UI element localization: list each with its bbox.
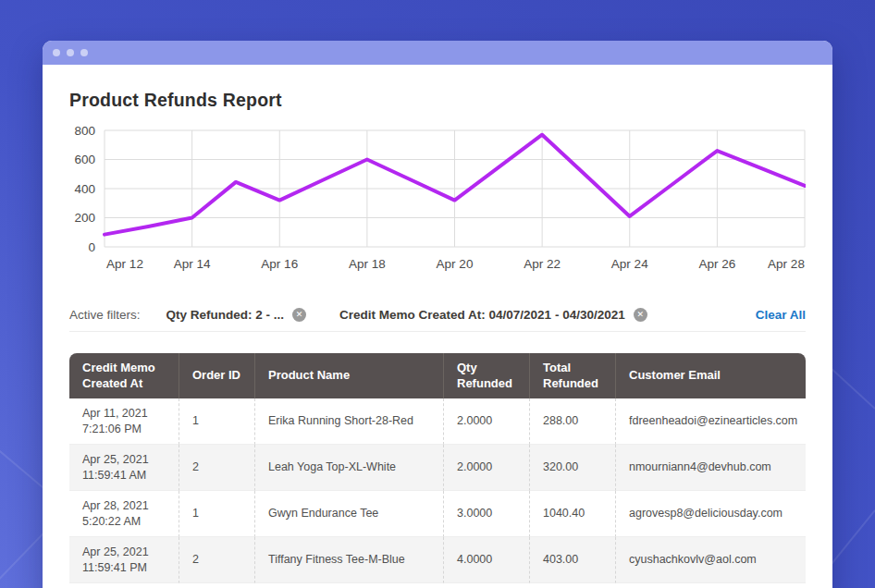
cell-qty-refunded: 4.0000 bbox=[443, 537, 529, 583]
cell-qty-refunded: 2.0000 bbox=[443, 398, 529, 445]
svg-text:600: 600 bbox=[74, 153, 95, 166]
refunds-table: Credit Memo Created At Order ID Product … bbox=[69, 353, 806, 583]
table-row: Apr 11, 2021 7:21:06 PM 1 Erika Running … bbox=[69, 398, 806, 445]
cell-product-name: Gwyn Endurance Tee bbox=[254, 491, 443, 537]
svg-text:Apr 20: Apr 20 bbox=[437, 257, 474, 271]
cell-created-at: Apr 28, 2021 5:20:22 AM bbox=[69, 491, 179, 537]
filter-chip-label: Qty Refunded: 2 - ... bbox=[166, 308, 285, 322]
cell-qty-refunded: 3.0000 bbox=[443, 491, 529, 537]
page-title: Product Refunds Report bbox=[69, 90, 806, 111]
table-row: Apr 25, 2021 11:59:41 AM 2 Leah Yoga Top… bbox=[69, 445, 806, 491]
svg-text:200: 200 bbox=[74, 211, 95, 225]
cell-total-refunded: 320.00 bbox=[529, 445, 615, 491]
cell-created-at: Apr 25, 2021 11:59:41 AM bbox=[69, 445, 179, 491]
column-header-credit-memo-created-at[interactable]: Credit Memo Created At bbox=[69, 353, 179, 398]
cell-qty-refunded: 2.0000 bbox=[443, 445, 529, 491]
column-header-total-refunded[interactable]: Total Refunded bbox=[529, 353, 615, 398]
filter-chip-qty-refunded: Qty Refunded: 2 - ... ✕ bbox=[166, 308, 307, 322]
cell-product-name: Leah Yoga Top-XL-White bbox=[254, 445, 443, 491]
filter-chip-label: Credit Memo Created At: 04/07/2021 - 04/… bbox=[339, 308, 625, 322]
column-header-order-id[interactable]: Order ID bbox=[179, 353, 254, 398]
report-content: Product Refunds Report 0200400600800Apr … bbox=[43, 90, 832, 583]
cell-created-at: Apr 25, 2021 11:59:41 PM bbox=[69, 537, 179, 583]
svg-text:0: 0 bbox=[88, 240, 95, 254]
cell-total-refunded: 403.00 bbox=[529, 537, 615, 583]
active-filters-bar: Active filters: Qty Refunded: 2 - ... ✕ … bbox=[69, 308, 806, 332]
cell-order-id: 2 bbox=[179, 537, 254, 583]
refunds-line-chart: 0200400600800Apr 12Apr 14Apr 16Apr 18Apr… bbox=[69, 124, 806, 276]
table-row: Apr 25, 2021 11:59:41 PM 2 Tiffany Fitne… bbox=[69, 537, 806, 583]
cell-total-refunded: 288.00 bbox=[529, 398, 615, 445]
cell-product-name: Tiffany Fitness Tee-M-Blue bbox=[254, 537, 443, 583]
column-header-product-name[interactable]: Product Name bbox=[254, 353, 443, 398]
svg-text:Apr 26: Apr 26 bbox=[698, 257, 735, 271]
svg-text:Apr 24: Apr 24 bbox=[611, 257, 648, 271]
cell-customer-email: agrovesp8@deliciousday.com bbox=[615, 491, 806, 537]
filter-chip-credit-memo-date: Credit Memo Created At: 04/07/2021 - 04/… bbox=[339, 308, 647, 322]
svg-text:Apr 16: Apr 16 bbox=[261, 257, 298, 271]
svg-text:Apr 18: Apr 18 bbox=[349, 257, 386, 271]
cell-order-id: 2 bbox=[179, 445, 254, 491]
window-control-dot-icon[interactable] bbox=[67, 49, 74, 56]
cell-product-name: Erika Running Short-28-Red bbox=[254, 398, 443, 445]
window-titlebar bbox=[43, 41, 832, 65]
svg-text:Apr 12: Apr 12 bbox=[106, 257, 143, 271]
remove-filter-icon[interactable]: ✕ bbox=[634, 308, 647, 322]
cell-customer-email: fdreenheadoi@ezinearticles.com bbox=[615, 398, 806, 445]
table-header: Credit Memo Created At Order ID Product … bbox=[69, 353, 806, 398]
cell-order-id: 1 bbox=[179, 398, 254, 445]
column-header-customer-email[interactable]: Customer Email bbox=[615, 353, 806, 398]
svg-text:Apr 14: Apr 14 bbox=[174, 257, 211, 271]
svg-text:Apr 28: Apr 28 bbox=[768, 257, 805, 271]
active-filters-label: Active filters: bbox=[69, 308, 141, 322]
cell-created-at: Apr 11, 2021 7:21:06 PM bbox=[69, 398, 179, 445]
report-window: Product Refunds Report 0200400600800Apr … bbox=[43, 41, 832, 588]
svg-text:400: 400 bbox=[74, 182, 95, 196]
line-chart-svg: 0200400600800Apr 12Apr 14Apr 16Apr 18Apr… bbox=[69, 124, 806, 276]
window-control-dot-icon[interactable] bbox=[53, 49, 60, 56]
clear-all-link[interactable]: Clear All bbox=[756, 308, 806, 322]
svg-text:800: 800 bbox=[74, 124, 95, 138]
column-header-qty-refunded[interactable]: Qty Refunded bbox=[443, 353, 529, 398]
cell-customer-email: cyushachkovlv@aol.com bbox=[615, 537, 806, 583]
cell-customer-email: nmourniann4@devhub.com bbox=[615, 445, 806, 491]
window-control-dot-icon[interactable] bbox=[80, 49, 88, 56]
table-row: Apr 28, 2021 5:20:22 AM 1 Gwyn Endurance… bbox=[69, 491, 806, 537]
cell-order-id: 1 bbox=[179, 491, 254, 537]
svg-text:Apr 22: Apr 22 bbox=[524, 257, 561, 271]
cell-total-refunded: 1040.40 bbox=[529, 491, 615, 537]
remove-filter-icon[interactable]: ✕ bbox=[292, 308, 306, 322]
